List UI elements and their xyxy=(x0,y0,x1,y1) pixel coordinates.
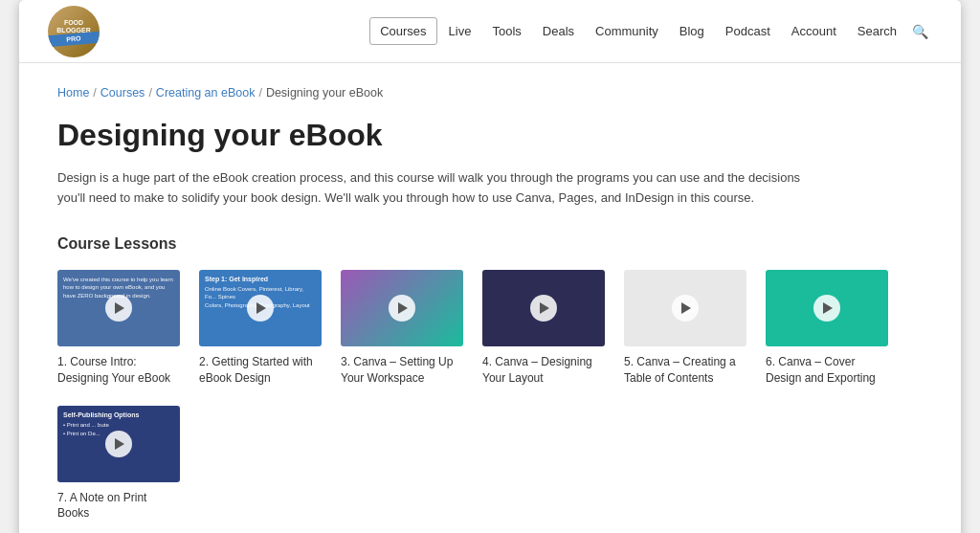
main-content: Home / Courses / Creating an eBook / Des… xyxy=(19,63,961,533)
list-item[interactable]: We've created this course to help you le… xyxy=(57,270,180,387)
lessons-grid: We've created this course to help you le… xyxy=(57,270,923,522)
page-title: Designing your eBook xyxy=(57,117,923,153)
lesson-label-6: 6. Canva – Cover Design and Exporting xyxy=(766,354,888,387)
play-button-6[interactable] xyxy=(813,295,840,322)
nav-courses[interactable]: Courses xyxy=(369,17,436,45)
nav-blog[interactable]: Blog xyxy=(670,18,714,44)
nav-tools[interactable]: Tools xyxy=(482,18,530,44)
lesson-thumbnail-2: Step 1: Get Inspired Online Book Covers,… xyxy=(199,270,322,346)
lesson-label-5: 5. Canva – Creating a Table of Contents xyxy=(624,354,746,387)
nav-search[interactable]: Search xyxy=(848,18,906,44)
breadcrumb-current: Designing your eBook xyxy=(266,86,383,100)
list-item[interactable]: Step 1: Get Inspired Online Book Covers,… xyxy=(199,270,322,387)
play-button-3[interactable] xyxy=(389,295,415,322)
lesson-thumbnail-5 xyxy=(624,270,746,346)
thumb-title-7: Self-Publishing Options xyxy=(63,411,174,418)
lesson-thumbnail-1: We've created this course to help you le… xyxy=(57,270,180,346)
header: FOOD BLOGGER PRO PRO Courses Live Tools … xyxy=(19,0,961,63)
lesson-thumbnail-4 xyxy=(482,270,605,346)
lesson-label-1: 1. Course Intro: Designing Your eBook xyxy=(57,354,180,387)
main-nav: Courses Live Tools Deals Community Blog … xyxy=(369,17,932,45)
breadcrumb: Home / Courses / Creating an eBook / Des… xyxy=(57,86,923,100)
breadcrumb-sep3: / xyxy=(258,86,261,100)
breadcrumb-courses[interactable]: Courses xyxy=(100,86,145,100)
search-icon[interactable]: 🔍 xyxy=(908,18,932,45)
logo-area: FOOD BLOGGER PRO PRO xyxy=(48,6,100,57)
lesson-label-2: 2. Getting Started with eBook Design xyxy=(199,354,322,387)
list-item[interactable]: 6. Canva – Cover Design and Exporting xyxy=(766,270,888,387)
nav-live[interactable]: Live xyxy=(439,18,481,44)
play-button-7[interactable] xyxy=(105,431,132,457)
nav-deals[interactable]: Deals xyxy=(533,18,584,44)
section-heading: Course Lessons xyxy=(57,235,923,253)
thumb-text-7a: • Print and ... bute xyxy=(63,421,174,430)
list-item[interactable]: 3. Canva – Setting Up Your Workspace xyxy=(341,270,463,387)
lesson-label-3: 3. Canva – Setting Up Your Workspace xyxy=(341,354,463,387)
nav-podcast[interactable]: Podcast xyxy=(716,18,780,44)
step-label-2: Step 1: Get Inspired xyxy=(205,276,316,282)
logo-text: FOOD BLOGGER PRO PRO xyxy=(56,19,90,43)
list-item[interactable]: 4. Canva – Designing Your Layout xyxy=(482,270,605,387)
list-item[interactable]: 5. Canva – Creating a Table of Contents xyxy=(624,270,746,387)
list-item[interactable]: Self-Publishing Options • Print and ... … xyxy=(57,406,180,522)
lesson-thumbnail-7: Self-Publishing Options • Print and ... … xyxy=(57,406,180,482)
play-button-4[interactable] xyxy=(530,295,557,322)
logo-ribbon: PRO xyxy=(48,32,100,48)
page-description: Design is a huge part of the eBook creat… xyxy=(57,168,804,209)
nav-community[interactable]: Community xyxy=(586,18,668,44)
nav-account[interactable]: Account xyxy=(782,18,846,44)
breadcrumb-sep2: / xyxy=(148,86,151,100)
play-button-1[interactable] xyxy=(105,295,132,322)
browser-window: FOOD BLOGGER PRO PRO Courses Live Tools … xyxy=(19,0,961,533)
play-button-2[interactable] xyxy=(247,295,274,322)
play-button-5[interactable] xyxy=(672,295,699,322)
lesson-thumbnail-3 xyxy=(341,270,463,346)
lesson-thumbnail-6 xyxy=(766,270,888,346)
breadcrumb-home[interactable]: Home xyxy=(57,86,89,100)
breadcrumb-creating-ebook[interactable]: Creating an eBook xyxy=(156,86,256,100)
breadcrumb-sep1: / xyxy=(93,86,96,100)
lesson-label-4: 4. Canva – Designing Your Layout xyxy=(482,354,605,387)
site-logo[interactable]: FOOD BLOGGER PRO PRO xyxy=(48,6,100,57)
lesson-label-7: 7. A Note on Print Books xyxy=(57,490,180,522)
